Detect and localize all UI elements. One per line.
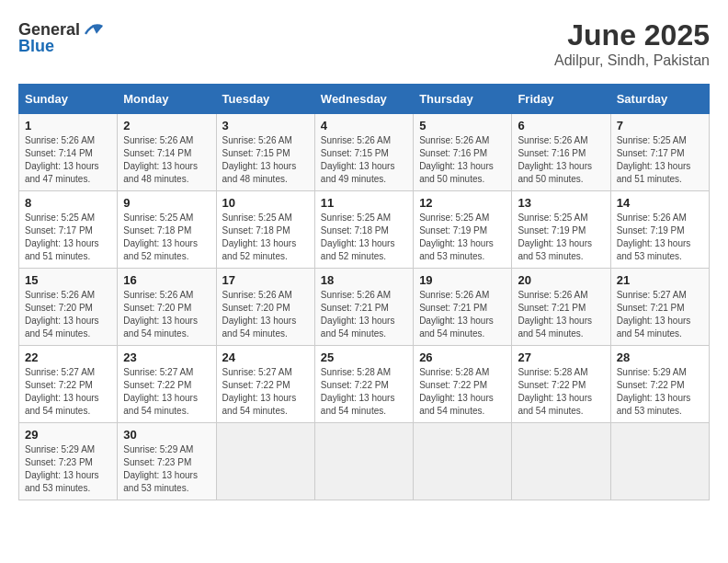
column-header-friday: Friday [512,85,610,114]
day-number: 12 [419,196,506,210]
sunrise-info: Sunrise: 5:25 AMSunset: 7:19 PMDaylight:… [518,213,592,261]
sunrise-info: Sunrise: 5:26 AMSunset: 7:20 PMDaylight:… [123,290,198,339]
day-number: 23 [123,350,210,364]
sunrise-info: Sunrise: 5:27 AMSunset: 7:22 PMDaylight:… [222,367,297,416]
sunrise-info: Sunrise: 5:28 AMSunset: 7:22 PMDaylight:… [419,367,494,416]
calendar-week-row: 22 Sunrise: 5:27 AMSunset: 7:22 PMDaylig… [19,346,710,423]
day-number: 5 [419,119,506,132]
calendar-cell: 1 Sunrise: 5:26 AMSunset: 7:14 PMDayligh… [19,114,118,191]
day-number: 8 [25,196,111,210]
calendar-cell: 11 Sunrise: 5:25 AMSunset: 7:18 PMDaylig… [314,191,413,269]
calendar-cell: 4 Sunrise: 5:26 AMSunset: 7:15 PMDayligh… [314,114,413,191]
day-number: 26 [419,350,506,364]
column-header-wednesday: Wednesday [314,85,413,114]
calendar-cell: 3 Sunrise: 5:26 AMSunset: 7:15 PMDayligh… [216,114,314,191]
month-year-title: June 2025 [554,18,710,52]
sunrise-info: Sunrise: 5:27 AMSunset: 7:22 PMDaylight:… [123,367,198,416]
sunrise-info: Sunrise: 5:26 AMSunset: 7:14 PMDaylight:… [25,135,99,184]
calendar-cell: 17 Sunrise: 5:26 AMSunset: 7:20 PMDaylig… [216,269,314,346]
calendar-cell: 16 Sunrise: 5:26 AMSunset: 7:20 PMDaylig… [118,269,216,346]
calendar-week-row: 8 Sunrise: 5:25 AMSunset: 7:17 PMDayligh… [19,191,710,269]
sunrise-info: Sunrise: 5:28 AMSunset: 7:22 PMDaylight:… [518,367,592,416]
day-number: 13 [518,196,604,210]
day-number: 14 [617,196,703,210]
calendar-cell: 5 Sunrise: 5:26 AMSunset: 7:16 PMDayligh… [414,114,512,191]
day-number: 27 [518,350,604,364]
calendar-cell: 6 Sunrise: 5:26 AMSunset: 7:16 PMDayligh… [512,114,610,191]
sunrise-info: Sunrise: 5:26 AMSunset: 7:19 PMDaylight:… [617,213,691,261]
calendar-cell: 25 Sunrise: 5:28 AMSunset: 7:22 PMDaylig… [314,346,413,423]
calendar-header-row: SundayMondayTuesdayWednesdayThursdayFrid… [19,85,710,114]
day-number: 11 [321,196,407,210]
calendar-cell [314,423,413,500]
sunrise-info: Sunrise: 5:26 AMSunset: 7:20 PMDaylight:… [222,290,297,339]
sunrise-info: Sunrise: 5:25 AMSunset: 7:18 PMDaylight:… [123,213,198,261]
calendar-cell: 13 Sunrise: 5:25 AMSunset: 7:19 PMDaylig… [512,191,610,269]
day-number: 6 [518,119,604,132]
calendar-cell: 14 Sunrise: 5:26 AMSunset: 7:19 PMDaylig… [610,191,709,269]
sunrise-info: Sunrise: 5:26 AMSunset: 7:15 PMDaylight:… [222,135,297,184]
day-number: 28 [617,350,703,364]
calendar-cell [610,423,709,500]
column-header-thursday: Thursday [414,85,512,114]
column-header-tuesday: Tuesday [216,85,314,114]
sunrise-info: Sunrise: 5:26 AMSunset: 7:16 PMDaylight:… [518,135,592,184]
sunrise-info: Sunrise: 5:29 AMSunset: 7:22 PMDaylight:… [617,367,691,416]
calendar-cell: 7 Sunrise: 5:25 AMSunset: 7:17 PMDayligh… [610,114,709,191]
calendar-cell: 19 Sunrise: 5:26 AMSunset: 7:21 PMDaylig… [414,269,512,346]
sunrise-info: Sunrise: 5:26 AMSunset: 7:15 PMDaylight:… [321,135,395,184]
sunrise-info: Sunrise: 5:27 AMSunset: 7:22 PMDaylight:… [25,367,99,416]
logo-blue-text: Blue [18,37,54,56]
calendar-cell: 20 Sunrise: 5:26 AMSunset: 7:21 PMDaylig… [512,269,610,346]
day-number: 29 [25,428,111,442]
calendar-table: SundayMondayTuesdayWednesdayThursdayFrid… [18,84,710,500]
day-number: 9 [123,196,210,210]
day-number: 1 [25,119,111,132]
sunrise-info: Sunrise: 5:26 AMSunset: 7:16 PMDaylight:… [419,135,494,184]
location-title: Adilpur, Sindh, Pakistan [554,52,710,69]
calendar-week-row: 15 Sunrise: 5:26 AMSunset: 7:20 PMDaylig… [19,269,710,346]
sunrise-info: Sunrise: 5:26 AMSunset: 7:20 PMDaylight:… [25,290,99,339]
title-section: June 2025 Adilpur, Sindh, Pakistan [554,18,710,69]
day-number: 19 [419,273,506,287]
calendar-cell: 24 Sunrise: 5:27 AMSunset: 7:22 PMDaylig… [216,346,314,423]
day-number: 15 [25,273,111,287]
logo: General Blue [18,18,104,56]
sunrise-info: Sunrise: 5:28 AMSunset: 7:22 PMDaylight:… [321,367,395,416]
day-number: 20 [518,273,604,287]
sunrise-info: Sunrise: 5:26 AMSunset: 7:21 PMDaylight:… [518,290,592,339]
sunrise-info: Sunrise: 5:29 AMSunset: 7:23 PMDaylight:… [25,444,99,493]
day-number: 3 [222,119,309,132]
day-number: 7 [617,119,703,132]
sunrise-info: Sunrise: 5:25 AMSunset: 7:19 PMDaylight:… [419,213,494,261]
calendar-cell: 26 Sunrise: 5:28 AMSunset: 7:22 PMDaylig… [414,346,512,423]
sunrise-info: Sunrise: 5:25 AMSunset: 7:18 PMDaylight:… [222,213,297,261]
calendar-cell: 23 Sunrise: 5:27 AMSunset: 7:22 PMDaylig… [118,346,216,423]
day-number: 25 [321,350,407,364]
calendar-cell: 15 Sunrise: 5:26 AMSunset: 7:20 PMDaylig… [19,269,118,346]
calendar-cell: 8 Sunrise: 5:25 AMSunset: 7:17 PMDayligh… [19,191,118,269]
sunrise-info: Sunrise: 5:29 AMSunset: 7:23 PMDaylight:… [123,444,198,493]
calendar-cell: 9 Sunrise: 5:25 AMSunset: 7:18 PMDayligh… [118,191,216,269]
column-header-monday: Monday [118,85,216,114]
calendar-cell [512,423,610,500]
sunrise-info: Sunrise: 5:25 AMSunset: 7:17 PMDaylight:… [25,213,99,261]
calendar-cell: 30 Sunrise: 5:29 AMSunset: 7:23 PMDaylig… [118,423,216,500]
page-header: General Blue June 2025 Adilpur, Sindh, P… [18,18,710,69]
day-number: 17 [222,273,309,287]
day-number: 4 [321,119,407,132]
sunrise-info: Sunrise: 5:27 AMSunset: 7:21 PMDaylight:… [617,290,691,339]
calendar-cell: 27 Sunrise: 5:28 AMSunset: 7:22 PMDaylig… [512,346,610,423]
calendar-cell: 18 Sunrise: 5:26 AMSunset: 7:21 PMDaylig… [314,269,413,346]
calendar-cell: 22 Sunrise: 5:27 AMSunset: 7:22 PMDaylig… [19,346,118,423]
day-number: 24 [222,350,309,364]
calendar-week-row: 29 Sunrise: 5:29 AMSunset: 7:23 PMDaylig… [19,423,710,500]
day-number: 30 [123,428,210,442]
day-number: 18 [321,273,407,287]
sunrise-info: Sunrise: 5:25 AMSunset: 7:17 PMDaylight:… [617,135,691,184]
calendar-cell: 21 Sunrise: 5:27 AMSunset: 7:21 PMDaylig… [610,269,709,346]
calendar-cell [216,423,314,500]
calendar-cell: 10 Sunrise: 5:25 AMSunset: 7:18 PMDaylig… [216,191,314,269]
calendar-week-row: 1 Sunrise: 5:26 AMSunset: 7:14 PMDayligh… [19,114,710,191]
sunrise-info: Sunrise: 5:26 AMSunset: 7:21 PMDaylight:… [419,290,494,339]
